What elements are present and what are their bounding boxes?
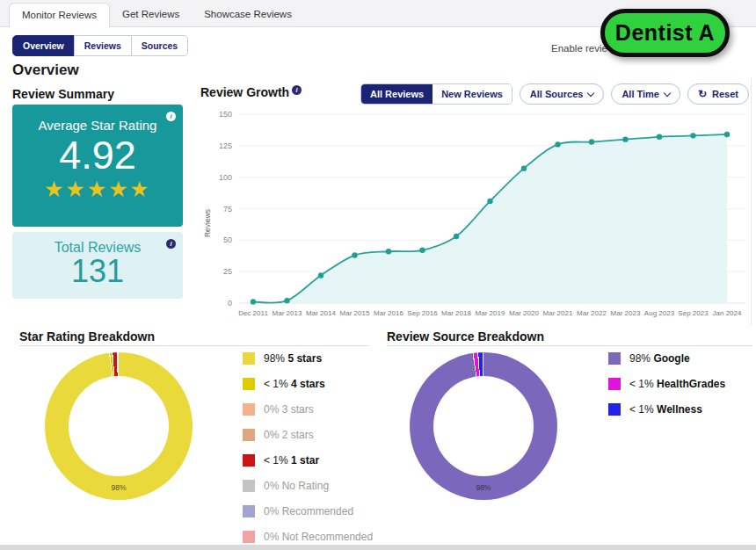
- legend-item[interactable]: 0% 2 stars: [243, 429, 373, 441]
- svg-text:Mar 2013: Mar 2013: [273, 309, 302, 317]
- all-time-dropdown[interactable]: All Time: [611, 83, 680, 105]
- reset-label: Reset: [712, 89, 738, 99]
- tab-monitor-reviews[interactable]: Monitor Reviews: [9, 3, 110, 27]
- svg-text:Mar 2015: Mar 2015: [340, 309, 370, 317]
- data-point: [589, 139, 594, 144]
- review-source-donut-chart[interactable]: 98%: [410, 352, 557, 500]
- star-rating-donut-chart[interactable]: 98%: [45, 352, 193, 500]
- dentist-a-badge: Dentist A: [600, 9, 730, 57]
- legend-label: 0% No Rating: [264, 480, 329, 492]
- data-point: [555, 141, 560, 147]
- chevron-down-icon: [587, 89, 594, 96]
- svg-text:0: 0: [228, 299, 232, 308]
- growth-filters: All Reviews New Reviews All Sources All …: [360, 83, 749, 105]
- legend-item[interactable]: < 1% Wellness: [608, 403, 725, 416]
- svg-text:Mar 2021: Mar 2021: [543, 309, 573, 317]
- legend-item[interactable]: 0% 3 stars: [243, 403, 373, 416]
- legend-item[interactable]: < 1% 4 stars: [243, 378, 373, 390]
- svg-text:Mar 2023: Mar 2023: [611, 309, 641, 317]
- svg-text:Mar 2020: Mar 2020: [509, 309, 539, 317]
- data-point: [690, 133, 695, 138]
- divider: [19, 345, 369, 346]
- data-point: [487, 199, 492, 204]
- legend-swatch: [608, 378, 621, 390]
- all-sources-dropdown[interactable]: All Sources: [520, 83, 605, 105]
- refresh-icon: ↻: [698, 89, 707, 99]
- legend-item[interactable]: 0% Recommended: [243, 505, 373, 517]
- legend-label: 0% 2 stars: [264, 429, 314, 441]
- subtab-overview[interactable]: Overview: [12, 35, 75, 56]
- partial-star-icon: ★: [130, 177, 151, 201]
- donut-hole: [433, 376, 534, 476]
- data-point: [657, 134, 662, 140]
- legend-label: < 1% Wellness: [629, 403, 702, 416]
- legend-label: 0% Not Recommended: [264, 531, 373, 543]
- tab-get-reviews[interactable]: Get Reviews: [110, 3, 192, 26]
- data-point: [724, 132, 730, 137]
- reset-button[interactable]: ↻ Reset: [687, 83, 749, 105]
- star-breakdown-heading: Star Rating Breakdown: [19, 329, 155, 344]
- all-sources-label: All Sources: [530, 89, 584, 99]
- page-title: Overview: [12, 62, 79, 79]
- window-bottom-edge: [0, 545, 756, 550]
- all-time-label: All Time: [622, 89, 659, 99]
- svg-text:Dec 2011: Dec 2011: [238, 309, 268, 317]
- legend-swatch: [243, 403, 255, 416]
- enable-reviews-label: Enable revie: [551, 43, 607, 54]
- data-point: [284, 298, 289, 303]
- legend-label: 0% 3 stars: [264, 403, 314, 416]
- data-point: [454, 234, 459, 239]
- legend-label: < 1% 1 star: [264, 454, 319, 467]
- svg-text:Mar 2022: Mar 2022: [577, 309, 607, 317]
- donut-percent-label: 98%: [45, 483, 193, 492]
- total-reviews-card: i Total Reviews 131: [12, 232, 183, 299]
- svg-text:Sep 2023: Sep 2023: [678, 309, 709, 317]
- panel-right-edge: [751, 77, 752, 325]
- svg-text:Aug 2023: Aug 2023: [644, 309, 675, 317]
- svg-text:25: 25: [223, 267, 232, 276]
- review-growth-chart[interactable]: 0255075100125150ReviewsDec 2011Mar 2013M…: [202, 107, 752, 327]
- average-rating-title: Average Star Rating: [12, 118, 183, 133]
- star-rating-legend: 98% 5 stars < 1% 4 stars 0% 3 stars 0% 2…: [243, 352, 373, 543]
- review-growth-heading-text: Review Growth: [200, 85, 289, 99]
- svg-text:Mar 2019: Mar 2019: [476, 309, 505, 317]
- area-fill: [253, 134, 727, 303]
- legend-item[interactable]: 0% Not Recommended: [243, 531, 373, 543]
- legend-item[interactable]: < 1% HealthGrades: [608, 378, 725, 390]
- legend-swatch: [608, 352, 621, 365]
- svg-text:100: 100: [219, 173, 232, 182]
- svg-text:50: 50: [223, 235, 232, 244]
- legend-swatch: [243, 352, 255, 365]
- star-icon: ★★★★: [44, 177, 130, 201]
- tab-showcase-reviews[interactable]: Showcase Reviews: [192, 3, 304, 26]
- svg-text:Mar 2014: Mar 2014: [306, 309, 336, 317]
- svg-text:Jan 2024: Jan 2024: [713, 309, 742, 317]
- data-point: [352, 252, 357, 257]
- source-breakdown-heading: Review Source Breakdown: [387, 329, 544, 344]
- all-reviews-button[interactable]: All Reviews: [361, 84, 433, 104]
- data-point: [386, 249, 391, 254]
- divider: [387, 345, 752, 346]
- new-reviews-button[interactable]: New Reviews: [433, 84, 512, 104]
- svg-text:125: 125: [219, 141, 232, 150]
- legend-item[interactable]: 98% 5 stars: [243, 352, 373, 365]
- legend-swatch: [608, 403, 621, 416]
- data-point: [251, 299, 256, 304]
- data-point: [419, 248, 425, 253]
- legend-item[interactable]: < 1% 1 star: [243, 454, 373, 467]
- legend-item[interactable]: 98% Google: [608, 352, 725, 365]
- svg-text:75: 75: [223, 205, 232, 213]
- subtab-reviews[interactable]: Reviews: [74, 35, 132, 56]
- info-icon[interactable]: i: [166, 112, 176, 121]
- donut-hole: [69, 376, 169, 476]
- info-icon[interactable]: i: [166, 239, 176, 249]
- legend-item[interactable]: 0% No Rating: [243, 480, 373, 492]
- review-source-legend: 98% Google < 1% HealthGrades < 1% Wellne…: [608, 352, 725, 416]
- legend-swatch: [243, 378, 255, 390]
- info-icon[interactable]: i: [292, 85, 302, 95]
- subtab-sources[interactable]: Sources: [131, 35, 188, 56]
- total-reviews-value: 131: [12, 256, 183, 287]
- x-axis: Dec 2011Mar 2013Mar 2014Mar 2015Mar 2016…: [238, 309, 742, 317]
- chevron-down-icon: [664, 89, 671, 96]
- average-star-rating-card: i Average Star Rating 4.92 ★★★★★: [12, 105, 183, 227]
